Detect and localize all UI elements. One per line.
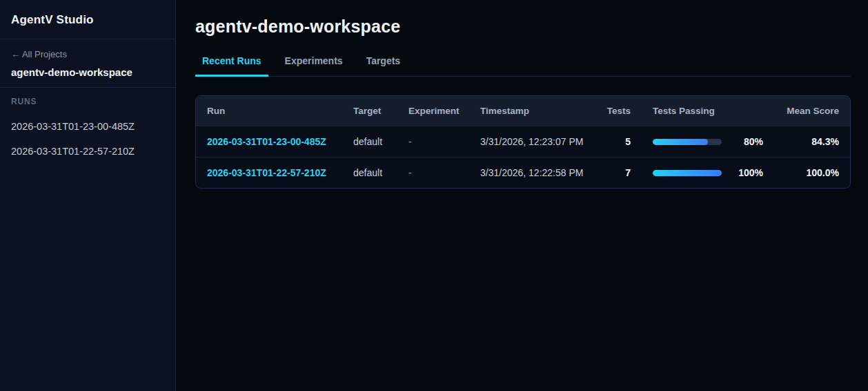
- tests-count-cell: 7: [593, 158, 642, 189]
- passing-percent-label: 80%: [730, 136, 763, 147]
- tab-targets[interactable]: Targets: [359, 55, 408, 77]
- runs-table: Run Target Experiment Timestamp Tests Te…: [196, 96, 850, 188]
- mean-score-cell: 100.0%: [774, 158, 850, 189]
- timestamp-cell: 3/31/2026, 12:23:07 PM: [469, 126, 593, 158]
- sidebar-project-section: ← All Projects agentv-demo-workspace: [0, 39, 175, 88]
- tests-passing-cell: 100%: [653, 167, 763, 178]
- table-row: 2026-03-31T01-23-00-485Z default - 3/31/…: [196, 126, 850, 158]
- main-content: agentv-demo-workspace Recent Runs Experi…: [176, 0, 868, 391]
- sidebar-runs-section: RUNS 2026-03-31T01-23-00-485Z 2026-03-31…: [0, 88, 175, 180]
- progress-bar-track: [653, 170, 722, 176]
- column-header-run: Run: [196, 96, 342, 126]
- tab-experiments[interactable]: Experiments: [278, 55, 350, 77]
- mean-score-cell: 84.3%: [774, 126, 850, 158]
- tests-passing-cell: 80%: [653, 136, 763, 147]
- table-header-row: Run Target Experiment Timestamp Tests Te…: [196, 96, 850, 126]
- timestamp-cell: 3/31/2026, 12:22:58 PM: [469, 158, 593, 189]
- runs-table-card: Run Target Experiment Timestamp Tests Te…: [195, 95, 851, 189]
- target-cell: default: [342, 158, 397, 189]
- progress-bar-track: [653, 139, 722, 145]
- page-title: agentv-demo-workspace: [195, 17, 851, 37]
- tests-count-cell: 5: [593, 126, 642, 158]
- sidebar-header: AgentV Studio: [0, 0, 175, 39]
- progress-bar-fill: [653, 139, 708, 145]
- column-header-target: Target: [342, 96, 397, 126]
- tab-recent-runs[interactable]: Recent Runs: [195, 55, 268, 77]
- table-row: 2026-03-31T01-22-57-210Z default - 3/31/…: [196, 158, 850, 189]
- all-projects-label: All Projects: [22, 49, 67, 59]
- sidebar: AgentV Studio ← All Projects agentv-demo…: [0, 0, 176, 391]
- run-link[interactable]: 2026-03-31T01-22-57-210Z: [207, 167, 326, 178]
- back-arrow-icon: ←: [11, 49, 20, 59]
- sidebar-run-item[interactable]: 2026-03-31T01-23-00-485Z: [11, 121, 164, 132]
- column-header-experiment: Experiment: [397, 96, 469, 126]
- column-header-mean-score: Mean Score: [774, 96, 850, 126]
- column-header-tests: Tests: [593, 96, 642, 126]
- target-cell: default: [342, 126, 397, 158]
- passing-percent-label: 100%: [730, 167, 763, 178]
- app-title: AgentV Studio: [11, 13, 164, 27]
- column-header-timestamp: Timestamp: [469, 96, 593, 126]
- tab-bar: Recent Runs Experiments Targets: [195, 55, 851, 77]
- experiment-cell: -: [397, 126, 469, 158]
- runs-section-heading: RUNS: [11, 97, 164, 106]
- column-header-tests-passing: Tests Passing: [642, 96, 774, 126]
- progress-bar-fill: [653, 170, 722, 176]
- experiment-cell: -: [397, 158, 469, 189]
- all-projects-back-link[interactable]: ← All Projects: [11, 49, 164, 59]
- run-link[interactable]: 2026-03-31T01-23-00-485Z: [207, 136, 326, 147]
- sidebar-run-item[interactable]: 2026-03-31T01-22-57-210Z: [11, 146, 164, 157]
- sidebar-workspace-name: agentv-demo-workspace: [11, 66, 164, 78]
